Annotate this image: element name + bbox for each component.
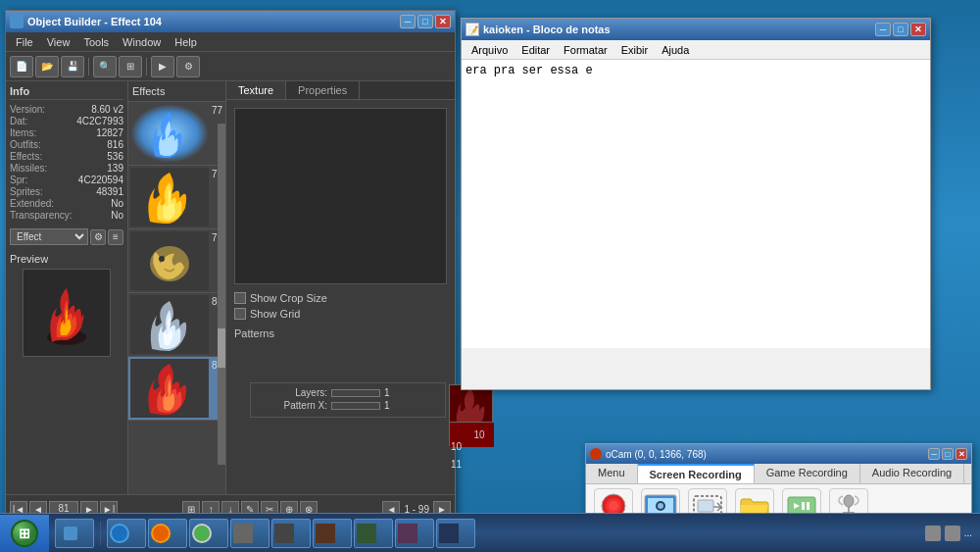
start-button[interactable]: ⊞ xyxy=(0,515,49,552)
transparency-value: No xyxy=(111,210,123,221)
ob-app-icon xyxy=(10,15,24,28)
np-menu-arquivo[interactable]: Arquivo xyxy=(466,43,514,57)
dat-label: Dat: xyxy=(10,116,27,126)
notepad-content-area[interactable]: era pra ser essa e xyxy=(462,60,930,348)
pattern-x-row-value: 1 xyxy=(384,400,404,411)
taskbar-item-app5[interactable] xyxy=(395,519,434,548)
notepad-minimize-button[interactable]: ─ xyxy=(875,23,891,36)
ocam-close-button[interactable]: ✕ xyxy=(956,448,967,460)
close-icon: ✕ xyxy=(439,17,447,26)
info-effects-row: Effects: 536 xyxy=(10,151,123,162)
effect-item-80[interactable]: 80 xyxy=(128,293,225,357)
toolbar-open-btn[interactable]: 📂 xyxy=(35,56,59,77)
taskbar-ie-icon xyxy=(110,524,129,543)
grid-checkbox[interactable] xyxy=(234,308,246,320)
effect-item-78[interactable]: 78 xyxy=(128,166,225,229)
ob-window-controls: ─ □ ✕ xyxy=(400,15,451,28)
layers-slider[interactable] xyxy=(331,389,380,397)
info-outfits-row: Outfits: 816 xyxy=(10,139,123,150)
ocam-tab-menu[interactable]: Menu xyxy=(586,464,638,483)
notepad-titlebar: 📝 kaioken - Bloco de notas ─ □ ✕ xyxy=(462,19,930,40)
svg-rect-14 xyxy=(802,502,805,510)
tab-texture[interactable]: Texture xyxy=(226,81,286,99)
taskbar-ff-icon xyxy=(151,524,171,543)
toolbar-settings-btn[interactable]: ⚙ xyxy=(176,56,200,77)
notepad-window: 📝 kaioken - Bloco de notas ─ □ ✕ Arquivo… xyxy=(461,18,931,390)
ob-menu-window[interactable]: Window xyxy=(117,34,167,50)
notepad-text-content: era pra ser essa e xyxy=(466,64,593,77)
effect-item-79[interactable]: 79 xyxy=(128,229,225,293)
ob-minimize-button[interactable]: ─ xyxy=(400,15,416,28)
number-10-label: 10 xyxy=(473,429,485,440)
layer-num-11: 11 xyxy=(451,459,462,470)
taskbar-item-chrome[interactable] xyxy=(189,519,228,548)
taskbar-tray: ... xyxy=(917,526,980,541)
effect-svg-79 xyxy=(140,234,199,288)
taskbar-item-ob[interactable] xyxy=(55,519,94,548)
ob-menu-view[interactable]: View xyxy=(41,34,76,50)
effect-svg-77 xyxy=(140,107,199,161)
sprites-label: Sprites: xyxy=(10,186,43,197)
np-menu-editar[interactable]: Editar xyxy=(515,43,556,57)
effect-settings-btn[interactable]: ⚙ xyxy=(90,229,106,245)
effect-item-81[interactable]: 81 xyxy=(128,357,225,421)
ocam-tab-screen-recording[interactable]: Screen Recording xyxy=(638,464,755,483)
notepad-close-button[interactable]: ✕ xyxy=(910,23,926,36)
taskbar-item-ie[interactable] xyxy=(107,519,146,548)
ob-menu-file[interactable]: File xyxy=(10,34,39,50)
ocam-tab-game-recording[interactable]: Game Recording xyxy=(755,464,860,483)
effects-value: 536 xyxy=(107,151,123,162)
notepad-maximize-button[interactable]: □ xyxy=(893,23,908,36)
outfits-label: Outfits: xyxy=(10,139,41,150)
effect-img-79 xyxy=(130,231,209,290)
pattern-x-slider[interactable] xyxy=(331,402,380,410)
missiles-value: 139 xyxy=(107,163,123,174)
toolbar-play-btn[interactable]: ▶ xyxy=(151,56,174,77)
effects-scroll-thumb[interactable] xyxy=(218,328,225,368)
texture-main-view xyxy=(234,108,447,284)
notepad-menubar: Arquivo Editar Formatar Exibir Ajuda xyxy=(462,40,930,60)
np-menu-formatar[interactable]: Formatar xyxy=(558,43,613,57)
ob-menu-tools[interactable]: Tools xyxy=(77,34,115,50)
preview-title: Preview xyxy=(10,253,123,265)
effects-scrollbar[interactable] xyxy=(218,124,225,465)
effect-menu-btn[interactable]: ≡ xyxy=(108,229,123,245)
info-panel: Info Version: 8.60 v2 Dat: 4C2C7993 Item… xyxy=(6,81,128,494)
ob-close-button[interactable]: ✕ xyxy=(435,15,451,28)
effect-type-select[interactable]: Effect xyxy=(10,228,88,245)
ob-maximize-button[interactable]: □ xyxy=(417,15,433,28)
version-label: Version: xyxy=(10,104,45,115)
crop-size-checkbox[interactable] xyxy=(234,292,246,304)
toolbar-save-btn[interactable]: 💾 xyxy=(61,56,84,77)
info-sprites-row: Sprites: 48391 xyxy=(10,186,123,197)
tab-properties[interactable]: Properties xyxy=(286,81,360,99)
taskbar-item-app6[interactable] xyxy=(436,519,475,548)
desktop: Object Builder - Effect 104 ─ □ ✕ File V… xyxy=(0,0,980,552)
toolbar-new-btn[interactable]: 📄 xyxy=(10,56,33,77)
info-version-row: Version: 8.60 v2 xyxy=(10,104,123,115)
effect-item-77[interactable]: 77 xyxy=(128,102,225,166)
grid-row: Show Grid xyxy=(234,308,447,320)
ob-menu-help[interactable]: Help xyxy=(169,34,203,50)
effect-svg-80 xyxy=(140,298,199,352)
taskbar-item-app1[interactable] xyxy=(230,519,270,548)
taskbar-app2-icon xyxy=(274,524,294,543)
np-menu-ajuda[interactable]: Ajuda xyxy=(656,43,695,57)
ocam-tab-audio-recording[interactable]: Audio Recording xyxy=(860,464,964,483)
toolbar-search-btn[interactable]: 🔍 xyxy=(93,56,117,77)
ocam-window-controls: ─ □ ✕ xyxy=(928,448,967,460)
taskbar-item-app4[interactable] xyxy=(354,519,393,548)
ocam-maximize-button[interactable]: □ xyxy=(942,448,954,460)
taskbar-item-app3[interactable] xyxy=(313,519,352,548)
preview-fire-svg xyxy=(37,278,96,347)
effect-svg-78 xyxy=(140,171,199,225)
np-menu-exibir[interactable]: Exibir xyxy=(615,43,655,57)
svg-point-16 xyxy=(844,495,854,507)
effect-img-80 xyxy=(130,295,209,354)
taskbar-item-app2[interactable] xyxy=(271,519,311,548)
taskbar-item-firefox[interactable] xyxy=(148,519,187,548)
ob-title: Object Builder - Effect 104 xyxy=(27,16,162,27)
texture-content: Show Crop Size Show Grid Patterns xyxy=(226,100,455,347)
ocam-minimize-button[interactable]: ─ xyxy=(928,448,940,460)
toolbar-grid-btn[interactable]: ⊞ xyxy=(119,56,142,77)
